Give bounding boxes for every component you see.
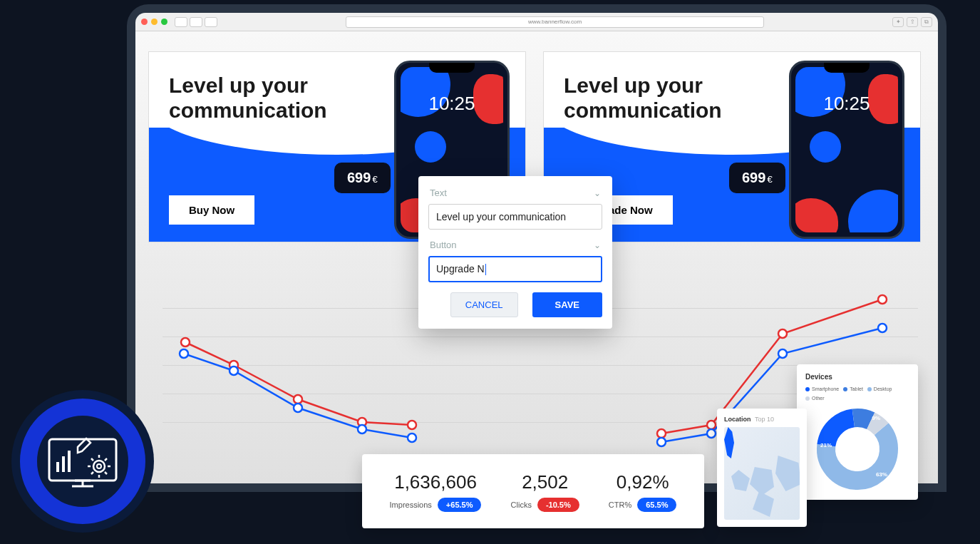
window-controls	[141, 19, 167, 25]
svg-line-37	[105, 458, 107, 461]
save-button[interactable]: SAVE	[532, 292, 602, 317]
svg-point-8	[358, 425, 366, 433]
address-bar[interactable]: www.bannerflow.com	[346, 16, 764, 28]
devices-title: Devices	[805, 373, 909, 381]
svg-point-15	[707, 429, 716, 438]
button-input[interactable]: Upgrade N	[428, 256, 602, 282]
phone-notch	[429, 63, 475, 73]
text-label: Text	[430, 188, 447, 198]
text-input[interactable]	[428, 204, 602, 230]
donut-label-a: 9%	[872, 415, 880, 421]
svg-point-29	[93, 461, 105, 472]
price-value: 699	[742, 170, 765, 185]
stat-ctr: 0,92% CTR% 65.5%	[609, 471, 677, 512]
price-tag: 699€	[334, 163, 391, 193]
location-card: Location Top 10	[717, 409, 807, 527]
close-icon[interactable]	[141, 19, 148, 25]
phone-clock: 10:25	[791, 93, 902, 115]
impressions-label: Impressions	[390, 501, 432, 509]
svg-point-10	[657, 429, 666, 438]
svg-point-6	[229, 366, 238, 375]
ctr-delta: 65.5%	[637, 498, 676, 512]
svg-point-11	[707, 421, 716, 429]
cancel-button[interactable]: CANCEL	[450, 292, 518, 317]
clicks-delta: -10.5%	[537, 498, 579, 512]
location-subtitle: Top 10	[755, 416, 774, 423]
phone-mock: 10:25	[789, 61, 904, 239]
toolbar-right: ✦ ⇪ ⧉	[892, 17, 932, 27]
donut-label-c: 63%	[876, 471, 887, 478]
tabs-icon[interactable]: ⧉	[921, 17, 932, 27]
edit-dialog: Text ⌄ Button ⌄ Upgrade N CANCEL SAVE	[418, 176, 612, 329]
minimize-icon[interactable]	[151, 19, 158, 25]
analytics-badge-icon	[11, 390, 154, 533]
browser-chrome: www.bannerflow.com ✦ ⇪ ⧉	[135, 13, 938, 31]
price-tag: 699€	[729, 163, 785, 193]
ctr-label: CTR%	[609, 501, 631, 509]
phone-wallpaper	[795, 67, 898, 232]
share-icon[interactable]: ⇪	[907, 17, 918, 27]
cta-button-a[interactable]: Buy Now	[169, 195, 254, 225]
stat-clicks: 2,502 Clicks -10.5%	[511, 471, 579, 512]
banner-headline: Level up your communication	[169, 73, 327, 123]
svg-point-7	[294, 404, 302, 412]
svg-point-0	[181, 338, 190, 347]
donut-label-b: 21%	[820, 442, 832, 448]
back-button[interactable]	[175, 17, 187, 27]
banner-headline: Level up your communication	[564, 73, 722, 123]
stats-card: 1,636,606 Impressions +65.5% 2,502 Click…	[362, 454, 704, 528]
chevron-down-icon: ⌄	[594, 188, 601, 198]
sidebar-button[interactable]	[205, 17, 217, 27]
devices-card: Devices Smartphone Tablet Desktop Other …	[797, 364, 918, 500]
price-value: 699	[347, 170, 371, 185]
phone-notch	[824, 63, 870, 73]
devices-donut-chart: 9% 21% 63%	[815, 406, 900, 492]
chevron-down-icon: ⌄	[594, 240, 601, 250]
stat-impressions: 1,636,606 Impressions +65.5%	[390, 471, 482, 512]
highlighted-country	[724, 427, 734, 458]
nav-buttons	[175, 17, 217, 27]
ctr-value: 0,92%	[609, 471, 677, 493]
svg-point-16	[778, 349, 787, 358]
svg-point-13	[878, 295, 887, 304]
impressions-delta: +65.5%	[438, 498, 482, 512]
monitor-icon	[43, 429, 122, 493]
svg-point-5	[180, 349, 188, 358]
location-title: Location	[724, 416, 751, 423]
phone-clock: 10:25	[396, 93, 507, 115]
impressions-value: 1,636,606	[390, 471, 482, 493]
price-currency: €	[372, 174, 377, 185]
svg-point-30	[97, 464, 101, 468]
svg-line-36	[105, 472, 107, 474]
price-currency: €	[767, 174, 772, 185]
svg-point-2	[294, 395, 302, 404]
europe-map	[724, 427, 800, 520]
devices-legend: Smartphone Tablet Desktop Other	[805, 386, 909, 401]
clicks-label: Clicks	[511, 501, 532, 509]
svg-line-35	[91, 458, 93, 461]
svg-point-12	[778, 329, 787, 338]
maximize-icon[interactable]	[161, 19, 167, 25]
svg-point-14	[657, 438, 666, 446]
svg-point-17	[878, 324, 887, 332]
shield-icon[interactable]: ✦	[892, 17, 904, 27]
clicks-value: 2,502	[511, 471, 579, 493]
forward-button[interactable]	[190, 17, 202, 27]
button-label: Button	[430, 240, 457, 250]
field-label-text[interactable]: Text ⌄	[428, 185, 602, 204]
svg-point-4	[408, 421, 416, 429]
field-label-button[interactable]: Button ⌄	[428, 237, 602, 256]
svg-point-9	[408, 433, 416, 442]
svg-line-38	[91, 472, 93, 474]
